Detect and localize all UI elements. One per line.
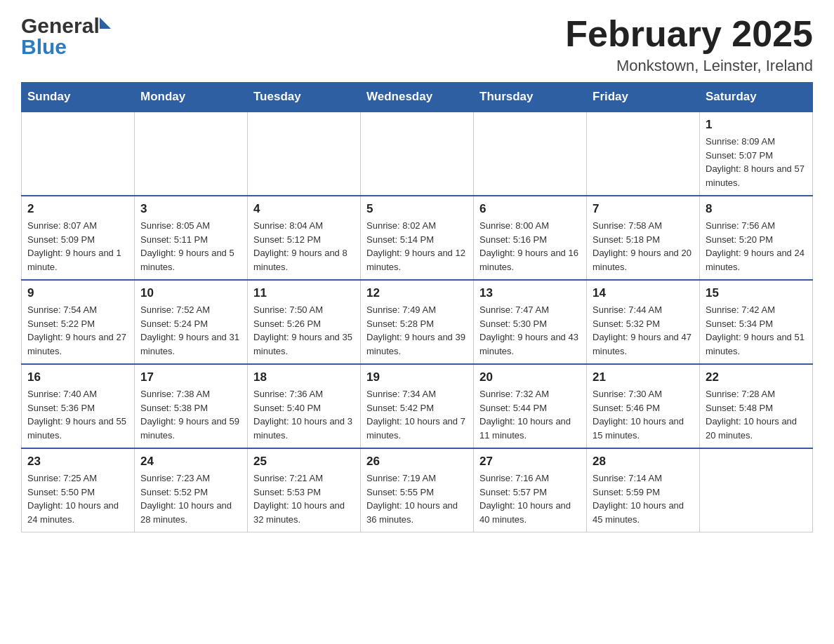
week-row-3: 9Sunrise: 7:54 AMSunset: 5:22 PMDaylight… [22,280,813,364]
calendar-cell-w2-d7: 8Sunrise: 7:56 AMSunset: 5:20 PMDaylight… [700,196,813,280]
day-number: 9 [27,286,128,300]
calendar-cell-w1-d5 [474,112,587,196]
calendar-cell-w4-d6: 21Sunrise: 7:30 AMSunset: 5:46 PMDayligh… [587,364,700,448]
day-info: Sunrise: 7:34 AMSunset: 5:42 PMDaylight:… [366,387,468,442]
day-info: Sunrise: 7:47 AMSunset: 5:30 PMDaylight:… [479,303,581,358]
day-info: Sunrise: 8:00 AMSunset: 5:16 PMDaylight:… [479,219,581,274]
day-number: 16 [27,370,128,384]
day-info: Sunrise: 7:21 AMSunset: 5:53 PMDaylight:… [253,471,355,526]
day-info: Sunrise: 7:44 AMSunset: 5:32 PMDaylight:… [593,303,694,358]
header-thursday: Thursday [474,83,587,112]
week-row-1: 1Sunrise: 8:09 AMSunset: 5:07 PMDaylight… [22,112,813,196]
logo-triangle-icon [100,18,111,29]
day-number: 20 [479,370,581,384]
calendar-cell-w5-d1: 23Sunrise: 7:25 AMSunset: 5:50 PMDayligh… [22,448,135,532]
day-number: 22 [706,370,807,384]
calendar-cell-w3-d6: 14Sunrise: 7:44 AMSunset: 5:32 PMDayligh… [587,280,700,364]
day-info: Sunrise: 8:05 AMSunset: 5:11 PMDaylight:… [140,219,241,274]
calendar-table: Sunday Monday Tuesday Wednesday Thursday… [21,82,813,532]
day-number: 21 [593,370,694,384]
calendar-header: Sunday Monday Tuesday Wednesday Thursday… [22,83,813,112]
day-number: 23 [27,455,128,469]
day-number: 3 [140,202,241,216]
day-info: Sunrise: 7:25 AMSunset: 5:50 PMDaylight:… [27,471,128,526]
day-info: Sunrise: 7:54 AMSunset: 5:22 PMDaylight:… [27,303,128,358]
calendar-cell-w5-d2: 24Sunrise: 7:23 AMSunset: 5:52 PMDayligh… [135,448,248,532]
day-info: Sunrise: 7:56 AMSunset: 5:20 PMDaylight:… [706,219,807,274]
month-title: February 2025 [565,14,813,54]
day-number: 28 [593,455,694,469]
calendar-cell-w1-d2 [135,112,248,196]
calendar-body: 1Sunrise: 8:09 AMSunset: 5:07 PMDaylight… [22,112,813,532]
day-info: Sunrise: 8:09 AMSunset: 5:07 PMDaylight:… [706,135,807,189]
day-number: 6 [479,202,581,216]
calendar-cell-w1-d4 [361,112,474,196]
day-number: 19 [366,370,468,384]
day-header-row: Sunday Monday Tuesday Wednesday Thursday… [22,83,813,112]
day-number: 2 [27,202,128,216]
logo: General Blue [21,14,111,59]
day-info: Sunrise: 7:58 AMSunset: 5:18 PMDaylight:… [593,219,694,274]
header-sunday: Sunday [22,83,135,112]
day-info: Sunrise: 7:40 AMSunset: 5:36 PMDaylight:… [27,387,128,442]
calendar-cell-w2-d1: 2Sunrise: 8:07 AMSunset: 5:09 PMDaylight… [22,196,135,280]
calendar-cell-w1-d7: 1Sunrise: 8:09 AMSunset: 5:07 PMDaylight… [700,112,813,196]
day-number: 4 [253,202,355,216]
title-area: February 2025 Monkstown, Leinster, Irela… [565,14,813,75]
day-number: 26 [366,455,468,469]
day-info: Sunrise: 7:36 AMSunset: 5:40 PMDaylight:… [253,387,355,442]
logo-general-text: General [21,14,100,38]
day-info: Sunrise: 7:19 AMSunset: 5:55 PMDaylight:… [366,471,468,526]
logo-blue-text: Blue [21,35,67,59]
week-row-4: 16Sunrise: 7:40 AMSunset: 5:36 PMDayligh… [22,364,813,448]
calendar-cell-w4-d2: 17Sunrise: 7:38 AMSunset: 5:38 PMDayligh… [135,364,248,448]
calendar-cell-w5-d5: 27Sunrise: 7:16 AMSunset: 5:57 PMDayligh… [474,448,587,532]
week-row-5: 23Sunrise: 7:25 AMSunset: 5:50 PMDayligh… [22,448,813,532]
day-number: 18 [253,370,355,384]
calendar-cell-w2-d3: 4Sunrise: 8:04 AMSunset: 5:12 PMDaylight… [248,196,361,280]
day-number: 14 [593,286,694,300]
calendar-cell-w2-d5: 6Sunrise: 8:00 AMSunset: 5:16 PMDaylight… [474,196,587,280]
calendar-cell-w1-d3 [248,112,361,196]
calendar-cell-w5-d7 [700,448,813,532]
day-info: Sunrise: 8:02 AMSunset: 5:14 PMDaylight:… [366,219,468,274]
calendar-cell-w3-d7: 15Sunrise: 7:42 AMSunset: 5:34 PMDayligh… [700,280,813,364]
day-number: 25 [253,455,355,469]
calendar-cell-w4-d7: 22Sunrise: 7:28 AMSunset: 5:48 PMDayligh… [700,364,813,448]
calendar-cell-w2-d4: 5Sunrise: 8:02 AMSunset: 5:14 PMDaylight… [361,196,474,280]
week-row-2: 2Sunrise: 8:07 AMSunset: 5:09 PMDaylight… [22,196,813,280]
day-info: Sunrise: 7:49 AMSunset: 5:28 PMDaylight:… [366,303,468,358]
day-number: 10 [140,286,241,300]
day-number: 27 [479,455,581,469]
day-info: Sunrise: 8:07 AMSunset: 5:09 PMDaylight:… [27,219,128,274]
header-saturday: Saturday [700,83,813,112]
day-info: Sunrise: 7:52 AMSunset: 5:24 PMDaylight:… [140,303,241,358]
day-number: 11 [253,286,355,300]
calendar-cell-w1-d6 [587,112,700,196]
calendar-cell-w3-d2: 10Sunrise: 7:52 AMSunset: 5:24 PMDayligh… [135,280,248,364]
header-wednesday: Wednesday [361,83,474,112]
calendar-cell-w4-d1: 16Sunrise: 7:40 AMSunset: 5:36 PMDayligh… [22,364,135,448]
page-header: General Blue February 2025 Monkstown, Le… [21,14,813,75]
day-number: 8 [706,202,807,216]
calendar-cell-w5-d6: 28Sunrise: 7:14 AMSunset: 5:59 PMDayligh… [587,448,700,532]
calendar-cell-w3-d1: 9Sunrise: 7:54 AMSunset: 5:22 PMDaylight… [22,280,135,364]
calendar-cell-w2-d2: 3Sunrise: 8:05 AMSunset: 5:11 PMDaylight… [135,196,248,280]
header-tuesday: Tuesday [248,83,361,112]
calendar-cell-w3-d5: 13Sunrise: 7:47 AMSunset: 5:30 PMDayligh… [474,280,587,364]
location-text: Monkstown, Leinster, Ireland [565,57,813,75]
calendar-cell-w3-d3: 11Sunrise: 7:50 AMSunset: 5:26 PMDayligh… [248,280,361,364]
day-info: Sunrise: 7:50 AMSunset: 5:26 PMDaylight:… [253,303,355,358]
header-monday: Monday [135,83,248,112]
day-info: Sunrise: 7:16 AMSunset: 5:57 PMDaylight:… [479,471,581,526]
calendar-cell-w4-d4: 19Sunrise: 7:34 AMSunset: 5:42 PMDayligh… [361,364,474,448]
day-number: 13 [479,286,581,300]
calendar-cell-w2-d6: 7Sunrise: 7:58 AMSunset: 5:18 PMDaylight… [587,196,700,280]
calendar-cell-w5-d3: 25Sunrise: 7:21 AMSunset: 5:53 PMDayligh… [248,448,361,532]
day-number: 12 [366,286,468,300]
day-number: 17 [140,370,241,384]
day-info: Sunrise: 7:42 AMSunset: 5:34 PMDaylight:… [706,303,807,358]
calendar-cell-w4-d5: 20Sunrise: 7:32 AMSunset: 5:44 PMDayligh… [474,364,587,448]
day-info: Sunrise: 7:14 AMSunset: 5:59 PMDaylight:… [593,471,694,526]
day-info: Sunrise: 7:30 AMSunset: 5:46 PMDaylight:… [593,387,694,442]
